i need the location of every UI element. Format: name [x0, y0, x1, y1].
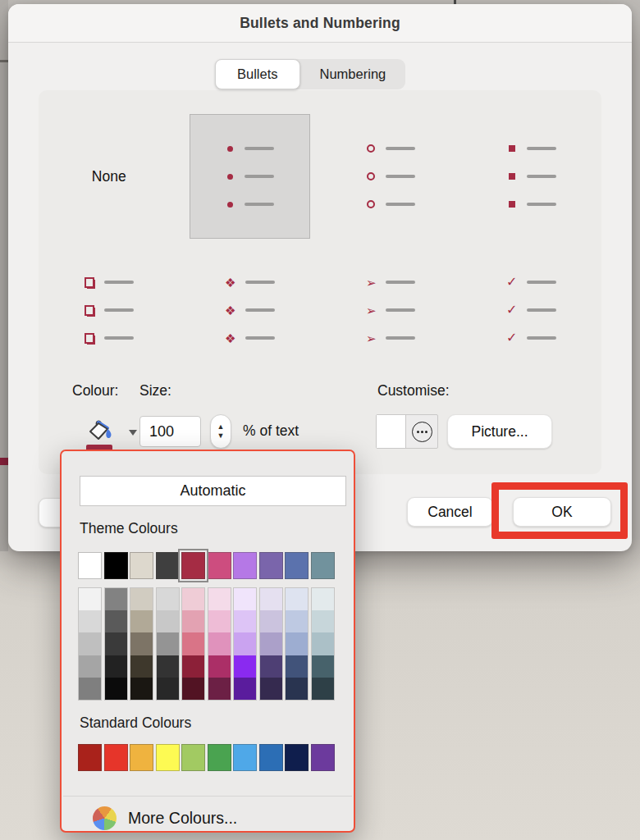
- theme-variant-swatch[interactable]: [79, 610, 101, 632]
- picture-button[interactable]: Picture...: [447, 414, 552, 449]
- theme-variant-swatch[interactable]: [208, 678, 231, 700]
- theme-variant-swatch[interactable]: [130, 588, 153, 610]
- standard-colour-swatch[interactable]: [181, 744, 205, 771]
- tab-numbering[interactable]: Numbering: [300, 59, 406, 89]
- theme-variant-swatch[interactable]: [157, 655, 179, 678]
- theme-variant-swatch[interactable]: [260, 610, 282, 632]
- theme-variant-swatch[interactable]: [130, 655, 153, 678]
- theme-colour-swatch[interactable]: [104, 552, 128, 579]
- theme-colour-swatch[interactable]: [311, 552, 335, 579]
- theme-variant-swatch[interactable]: [234, 588, 256, 610]
- colour-dropdown-arrow[interactable]: [129, 430, 137, 436]
- theme-variant-swatch[interactable]: [260, 632, 282, 655]
- bullet-colour-button[interactable]: [76, 413, 122, 451]
- theme-variant-swatch[interactable]: [105, 588, 127, 610]
- size-input[interactable]: [139, 416, 201, 447]
- text-line-placeholder: [245, 336, 275, 340]
- theme-variant-swatch[interactable]: [286, 610, 308, 632]
- standard-colour-swatch[interactable]: [259, 744, 283, 771]
- theme-variant-swatch[interactable]: [79, 632, 101, 655]
- bullet-style-cell-arrow[interactable]: ➢➢➢: [320, 265, 461, 355]
- theme-variant-swatch[interactable]: [79, 655, 101, 678]
- theme-variant-swatch[interactable]: [79, 678, 101, 700]
- theme-variant-swatch[interactable]: [286, 678, 308, 700]
- theme-colour-swatch[interactable]: [285, 552, 309, 579]
- theme-variant-swatch[interactable]: [105, 632, 127, 655]
- text-line-placeholder: [386, 147, 415, 150]
- automatic-colour-button[interactable]: Automatic: [80, 476, 346, 506]
- theme-variant-swatch[interactable]: [208, 610, 231, 632]
- theme-variant-swatch[interactable]: [312, 655, 334, 678]
- theme-variant-swatch[interactable]: [208, 632, 231, 655]
- theme-variant-swatch[interactable]: [182, 588, 204, 610]
- bullet-style-cell-none[interactable]: None: [39, 114, 180, 239]
- theme-variant-swatch[interactable]: [312, 678, 334, 700]
- bullet-style-cell-square[interactable]: [461, 114, 602, 239]
- theme-variant-swatch[interactable]: [286, 588, 308, 610]
- size-stepper[interactable]: ▲ ▼: [210, 414, 231, 449]
- theme-variant-swatch[interactable]: [182, 632, 204, 655]
- theme-colour-swatch[interactable]: [78, 552, 102, 579]
- theme-variant-swatch[interactable]: [234, 610, 256, 632]
- customise-character-group: [376, 414, 438, 449]
- bullet-style-cell-check[interactable]: ✓✓✓: [461, 265, 602, 355]
- standard-colour-swatch[interactable]: [311, 744, 335, 771]
- text-line-placeholder: [386, 203, 415, 206]
- theme-variant-swatch[interactable]: [234, 678, 256, 700]
- theme-variant-swatch[interactable]: [208, 588, 231, 610]
- theme-variant-swatch[interactable]: [157, 610, 179, 632]
- standard-colour-swatch[interactable]: [104, 744, 128, 771]
- standard-colour-swatch[interactable]: [208, 744, 231, 771]
- theme-variant-swatch[interactable]: [130, 632, 153, 655]
- bullet-style-cell-diamond[interactable]: ❖❖❖: [180, 265, 321, 355]
- bullet-style-cell-circle[interactable]: [320, 114, 461, 239]
- theme-colour-swatch[interactable]: [233, 552, 257, 579]
- theme-variant-swatch[interactable]: [182, 678, 204, 700]
- theme-variant-swatch[interactable]: [157, 632, 179, 655]
- theme-variant-swatch[interactable]: [260, 588, 282, 610]
- theme-variant-swatch[interactable]: [182, 655, 204, 678]
- theme-variant-swatch[interactable]: [105, 610, 127, 632]
- theme-colour-swatch[interactable]: [208, 552, 231, 579]
- bullet-style-cell-hollow-square[interactable]: [39, 265, 180, 355]
- theme-variant-swatch[interactable]: [182, 610, 204, 632]
- bullet-style-cell-dot[interactable]: [190, 114, 311, 239]
- character-picker-button[interactable]: [406, 415, 437, 448]
- standard-colour-swatch[interactable]: [233, 744, 257, 771]
- theme-variant-swatch[interactable]: [208, 655, 231, 678]
- theme-variant-swatch[interactable]: [130, 678, 153, 700]
- theme-variant-swatch[interactable]: [286, 632, 308, 655]
- ok-highlight-annotation: [491, 482, 628, 539]
- theme-variant-swatch[interactable]: [234, 655, 256, 678]
- theme-colour-swatch[interactable]: [181, 552, 205, 579]
- theme-variant-swatch[interactable]: [79, 588, 101, 610]
- theme-variant-swatch[interactable]: [157, 588, 179, 610]
- stepper-up-icon[interactable]: ▲: [217, 423, 225, 431]
- theme-variant-swatch[interactable]: [105, 678, 127, 700]
- theme-colour-row: [78, 552, 335, 579]
- theme-variant-swatch[interactable]: [234, 632, 256, 655]
- character-well[interactable]: [377, 415, 406, 448]
- stepper-down-icon[interactable]: ▼: [217, 432, 225, 441]
- theme-variant-swatch[interactable]: [312, 588, 334, 610]
- theme-variant-swatch[interactable]: [260, 678, 282, 700]
- standard-colour-swatch[interactable]: [156, 744, 180, 771]
- more-colours-item[interactable]: More Colours...: [93, 803, 237, 833]
- standard-colour-swatch[interactable]: [130, 744, 153, 771]
- arrow-bullet-icon: ➢: [365, 276, 377, 289]
- theme-variant-swatch[interactable]: [105, 655, 127, 678]
- theme-variant-swatch[interactable]: [130, 610, 153, 632]
- cancel-button[interactable]: Cancel: [407, 497, 493, 527]
- theme-variant-swatch[interactable]: [157, 678, 179, 700]
- tab-bullets[interactable]: Bullets: [215, 59, 300, 89]
- theme-colour-swatch[interactable]: [259, 552, 283, 579]
- standard-colour-swatch[interactable]: [78, 744, 102, 771]
- theme-variant-column: [130, 587, 153, 701]
- theme-variant-swatch[interactable]: [312, 610, 334, 632]
- theme-variant-swatch[interactable]: [286, 655, 308, 678]
- theme-colour-swatch[interactable]: [130, 552, 153, 579]
- theme-colour-swatch[interactable]: [156, 552, 180, 579]
- theme-variant-swatch[interactable]: [312, 632, 334, 655]
- theme-variant-swatch[interactable]: [260, 655, 282, 678]
- standard-colour-swatch[interactable]: [285, 744, 309, 771]
